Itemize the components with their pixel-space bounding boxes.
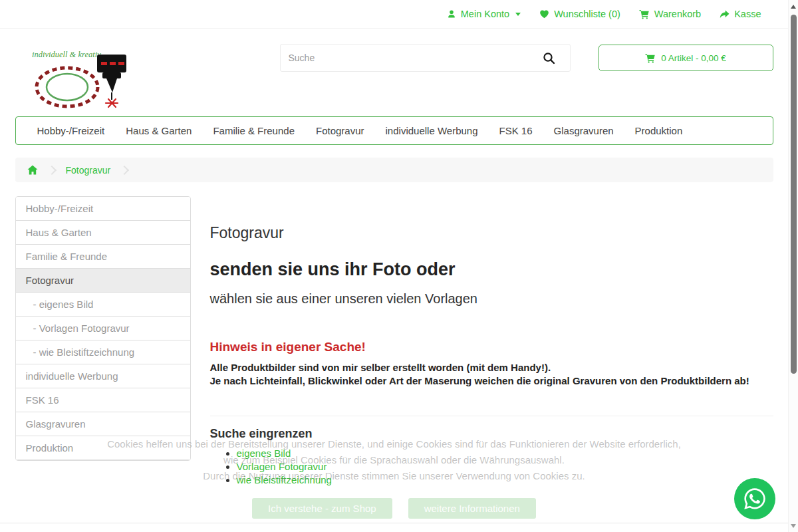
refine-link[interactable]: Vorlagen Fotogravur bbox=[237, 461, 327, 472]
nav-item[interactable]: Glasgravuren bbox=[543, 117, 624, 144]
category-sidebar: Hobby-/FreizeitHaus & GartenFamilie & Fr… bbox=[15, 196, 191, 461]
notice-line-2: Je nach Lichteinfall, Blickwinkel oder A… bbox=[210, 374, 773, 388]
cart-icon bbox=[645, 53, 656, 63]
vertical-scrollbar[interactable] bbox=[788, 0, 798, 532]
refine-link[interactable]: eigenes Bild bbox=[237, 448, 291, 459]
checkout-label: Kasse bbox=[734, 9, 761, 19]
sidebar-category-item[interactable]: Produktion bbox=[16, 436, 190, 460]
search-icon bbox=[543, 52, 555, 65]
sidebar-category-item[interactable]: - eigenes Bild bbox=[16, 293, 190, 317]
sidebar-category-item[interactable]: FSK 16 bbox=[16, 388, 190, 412]
nav-item[interactable]: Fotogravur bbox=[305, 117, 375, 144]
logo-laser-head bbox=[97, 55, 126, 107]
cart-total-button[interactable]: 0 Artikel - 0,00 € bbox=[598, 45, 773, 71]
cart-label: Warenkorb bbox=[654, 9, 701, 19]
scrollbar-thumb[interactable] bbox=[791, 15, 797, 374]
breadcrumb-home-link[interactable] bbox=[27, 165, 38, 175]
nav-item[interactable]: individuelle Werbung bbox=[375, 117, 489, 144]
nav-item[interactable]: Hobby-/Freizeit bbox=[27, 117, 116, 144]
content-subheadline: wählen sie aus einer unseren vielen Vorl… bbox=[210, 291, 773, 307]
sidebar-category-item[interactable]: Fotogravur bbox=[16, 269, 190, 293]
notice-title: Hinweis in eigener Sache! bbox=[210, 340, 773, 354]
cart-link[interactable]: Warenkorb bbox=[639, 9, 701, 19]
cart-icon bbox=[639, 9, 650, 19]
cart-total-label: 0 Artikel - 0,00 € bbox=[661, 53, 726, 63]
whatsapp-icon bbox=[743, 487, 767, 511]
header: individuell & kreativ bbox=[15, 29, 773, 108]
refine-list-item: eigenes Bild bbox=[237, 447, 773, 460]
whatsapp-button[interactable] bbox=[734, 478, 775, 519]
account-label: Mein Konto bbox=[461, 9, 509, 19]
sidebar-category-item[interactable]: Haus & Garten bbox=[16, 221, 190, 245]
breadcrumb-separator-icon bbox=[47, 165, 56, 174]
sidebar-category-item[interactable]: Familie & Freunde bbox=[16, 245, 190, 269]
sidebar-category-item[interactable]: Hobby-/Freizeit bbox=[16, 197, 190, 221]
refine-list-item: Vorlagen Fotogravur bbox=[237, 460, 773, 473]
nav-item[interactable]: Haus & Garten bbox=[115, 117, 202, 144]
user-icon bbox=[447, 9, 456, 19]
notice-line-1: Alle Produktbilder sind von mir selber e… bbox=[210, 361, 773, 374]
wishlist-label: Wunschliste (0) bbox=[554, 9, 620, 19]
account-menu[interactable]: Mein Konto bbox=[447, 9, 521, 19]
page-bottom-edge bbox=[0, 523, 788, 523]
refine-link-list: eigenes BildVorlagen Fotogravurwie Bleis… bbox=[210, 447, 773, 487]
content-headline: senden sie uns ihr Foto oder bbox=[210, 259, 773, 280]
topbar: Mein Konto Wunschliste (0) Warenkorb Kas… bbox=[0, 0, 788, 29]
scrollbar-down-arrow-icon[interactable] bbox=[791, 524, 796, 528]
logo-spark bbox=[106, 99, 118, 107]
notice-text: Alle Produktbilder sind von mir selber e… bbox=[210, 361, 773, 388]
shop-page: { "topbar": { "account": "Mein Konto", "… bbox=[0, 0, 798, 532]
search-button[interactable] bbox=[529, 45, 570, 71]
refine-title: Suche eingrenzen bbox=[210, 427, 773, 441]
nav-item[interactable]: Familie & Freunde bbox=[202, 117, 305, 144]
nav-item[interactable]: FSK 16 bbox=[489, 117, 543, 144]
wishlist-link[interactable]: Wunschliste (0) bbox=[539, 9, 620, 19]
logo-gear bbox=[37, 68, 98, 106]
breadcrumb: Fotogravur bbox=[15, 158, 773, 182]
search-input[interactable] bbox=[281, 45, 529, 71]
sidebar-category-item[interactable]: - Vorlagen Fotogravur bbox=[16, 317, 190, 340]
refine-link[interactable]: wie Bleistiftzeichnung bbox=[237, 474, 332, 485]
checkout-link[interactable]: Kasse bbox=[720, 9, 761, 19]
home-icon bbox=[27, 165, 38, 175]
content-divider bbox=[210, 416, 773, 416]
logo-text: individuell & kreativ bbox=[32, 50, 101, 59]
chevron-down-icon bbox=[515, 13, 521, 16]
shop-logo[interactable]: individuell & kreativ bbox=[31, 49, 132, 108]
sidebar-category-item[interactable]: Glasgravuren bbox=[16, 412, 190, 436]
breadcrumb-separator-icon bbox=[120, 165, 129, 174]
breadcrumb-current-link[interactable]: Fotogravur bbox=[66, 165, 111, 176]
sidebar-category-item[interactable]: individuelle Werbung bbox=[16, 364, 190, 388]
main-content: Fotogravur senden sie uns ihr Foto oder … bbox=[210, 196, 773, 487]
page-title: Fotogravur bbox=[210, 224, 773, 242]
share-arrow-icon bbox=[720, 10, 730, 19]
refine-list-item: wie Bleistiftzeichnung bbox=[237, 473, 773, 487]
cookie-accept-button[interactable]: Ich verstehe - zum Shop bbox=[252, 498, 392, 519]
heart-icon bbox=[539, 9, 549, 19]
sidebar-category-item[interactable]: - wie Bleistiftzeichnung bbox=[16, 340, 190, 364]
cookie-info-button[interactable]: weitere Informationen bbox=[408, 498, 536, 519]
search-box bbox=[280, 44, 571, 72]
main-nav: Hobby-/FreizeitHaus & GartenFamilie & Fr… bbox=[15, 116, 773, 145]
scrollbar-up-arrow-icon[interactable] bbox=[791, 5, 796, 9]
nav-item[interactable]: Produktion bbox=[624, 117, 694, 144]
